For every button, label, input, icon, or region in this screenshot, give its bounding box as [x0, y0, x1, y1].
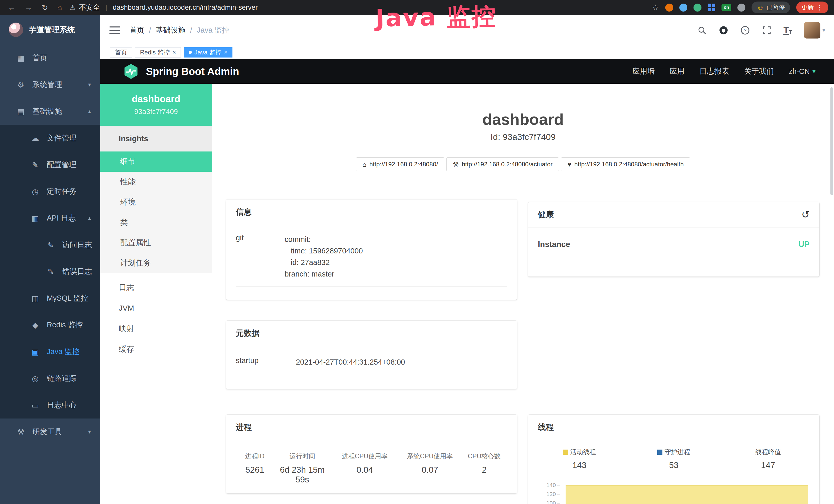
sidebar-item-scheduled-tasks[interactable]: ◷ 定时任务	[0, 178, 100, 205]
tag-redis-monitor[interactable]: Redis 监控 ×	[135, 47, 181, 58]
github-icon[interactable]	[719, 25, 728, 35]
annotation-java-monitor: Java 监控	[375, 0, 497, 35]
tag-label: 首页	[115, 48, 127, 56]
forward-icon[interactable]: →	[25, 3, 32, 12]
fullscreen-icon[interactable]	[762, 25, 772, 35]
sidebar-item-system-management[interactable]: ⚙ 系统管理 ▾	[0, 71, 100, 98]
sidebar-item-label: 首页	[32, 53, 47, 63]
back-icon[interactable]: ←	[8, 3, 16, 12]
sba-item-details[interactable]: 细节	[100, 152, 212, 172]
extension-icon[interactable]	[679, 4, 687, 12]
sidebar-item-home[interactable]: ▦ 首页	[0, 45, 100, 71]
legend-swatch-blue	[657, 450, 662, 455]
metric-label: 系统CPU使用率	[399, 452, 461, 460]
health-url-link[interactable]: ♥ http://192.168.0.2:48080/actuator/heal…	[561, 157, 690, 171]
avatar	[804, 22, 820, 39]
sba-item-performance[interactable]: 性能	[100, 172, 212, 192]
history-icon[interactable]: ↺	[802, 209, 810, 220]
chevron-down-icon: ▾	[812, 68, 815, 75]
status-badge: UP	[798, 240, 810, 249]
sidebar-item-file-management[interactable]: ☁ 文件管理	[0, 125, 100, 152]
tag-home[interactable]: 首页	[110, 47, 132, 58]
update-label: 更新	[802, 3, 814, 12]
sba-nav-wallboard[interactable]: 应用墙	[632, 66, 655, 76]
app-logo[interactable]: 芋道管理系统	[0, 15, 100, 45]
metadata-key: startup	[236, 357, 296, 368]
sba-item-mappings[interactable]: 映射	[100, 318, 212, 339]
sidebar-item-label: 访问日志	[62, 240, 92, 250]
service-url-link[interactable]: ⌂ http://192.168.0.2:48080/	[356, 157, 444, 171]
sba-instance-header[interactable]: dashboard 93a3fc7f7409	[100, 84, 212, 126]
actuator-url-link[interactable]: ⚒ http://192.168.0.2:48080/actuator	[446, 157, 559, 171]
sidebar-item-mysql-monitor[interactable]: ◫ MySQL 监控	[0, 285, 100, 312]
sidebar-item-config-management[interactable]: ✎ 配置管理	[0, 152, 100, 178]
grid-extension-icon[interactable]	[708, 4, 715, 11]
sidebar-item-java-monitor[interactable]: ▣ Java 监控	[0, 338, 100, 365]
help-icon[interactable]: ?	[740, 25, 750, 35]
legend-daemon-threads: 守护进程 53	[627, 448, 721, 470]
profile-paused-badge[interactable]: ☺ 已暂停	[751, 2, 790, 13]
sidebar-item-redis-monitor[interactable]: ◆ Redis 监控	[0, 312, 100, 338]
legend-value: 147	[721, 460, 815, 470]
metric-value: 6d 23h 15m 59s	[274, 465, 331, 484]
redis-icon: ◆	[30, 321, 40, 330]
browser-home-icon[interactable]: ⌂	[57, 3, 62, 12]
sidebar-item-log-center[interactable]: ▭ 日志中心	[0, 392, 100, 418]
git-time-line: time: 1596289704000	[285, 245, 363, 257]
sba-sidebar: dashboard 93a3fc7f7409 Insights 细节 性能 环境…	[100, 84, 212, 504]
breadcrumb-infrastructure[interactable]: 基础设施	[156, 25, 185, 36]
sba-nav-about[interactable]: 关于我们	[744, 66, 774, 76]
y-axis-tick: 140	[542, 482, 560, 488]
sba-insights-items: 细节 性能 环境 类 配置属性 计划任务	[100, 152, 212, 273]
sidebar-item-api-logs[interactable]: ▥ API 日志 ▴	[0, 205, 100, 232]
breadcrumb-current: Java 监控	[197, 25, 229, 36]
search-icon[interactable]	[697, 25, 707, 35]
sba-nav-journal[interactable]: 日志报表	[699, 66, 729, 76]
metric-value: 0.04	[331, 465, 399, 475]
sba-brand-title: Spring Boot Admin	[146, 66, 239, 77]
sba-item-environment[interactable]: 环境	[100, 192, 212, 212]
sidebar-collapse-icon[interactable]	[109, 26, 120, 34]
sba-locale-select[interactable]: zh-CN ▾	[789, 67, 815, 76]
sba-brand[interactable]: Spring Boot Admin	[123, 63, 239, 79]
timer-icon: ◷	[30, 187, 40, 196]
sba-item-logs[interactable]: 日志	[100, 277, 212, 298]
process-metrics: 进程ID 5261 运行时间 6d 23h 15m 59s 进程CPU使用率 0…	[236, 449, 507, 484]
sba-item-scheduled-tasks[interactable]: 计划任务	[100, 253, 212, 273]
chevron-up-icon: ▴	[88, 215, 91, 222]
close-icon[interactable]: ×	[172, 49, 176, 56]
process-metric: CPU核心数 2	[461, 452, 507, 484]
sidebar-item-link-tracing[interactable]: ◎ 链路追踪	[0, 365, 100, 392]
info-card-title: 信息	[226, 200, 517, 225]
sidebar-item-dev-tools[interactable]: ⚒ 研发工具 ▾	[0, 418, 100, 445]
metadata-card: 元数据 startup 2021-04-27T00:44:31.254+08:0…	[226, 321, 517, 389]
address-bar[interactable]: ⚠ 不安全 | dashboard.yudao.iocoder.cn/infra…	[70, 3, 258, 12]
sba-item-caches[interactable]: 缓存	[100, 339, 212, 360]
legend-label: 守护进程	[664, 448, 690, 456]
sidebar-item-error-logs[interactable]: ✎ 错误日志	[0, 258, 100, 285]
update-button[interactable]: 更新 ⋮	[796, 2, 828, 13]
close-icon[interactable]: ×	[224, 49, 227, 56]
sidebar-item-label: Java 监控	[47, 347, 79, 357]
sba-item-jvm[interactable]: JVM	[100, 298, 212, 318]
sidebar-item-infrastructure[interactable]: ▤ 基础设施 ▴	[0, 98, 100, 125]
sba-nav-applications[interactable]: 应用	[670, 66, 684, 76]
user-avatar-menu[interactable]: ▾	[804, 22, 825, 39]
on-switch-badge[interactable]: on	[722, 4, 731, 11]
scrollbar-thumb[interactable]	[830, 87, 833, 195]
metric-value: 0.07	[399, 465, 461, 475]
puzzle-extension-icon[interactable]	[738, 4, 745, 12]
font-size-icon[interactable]: TT	[784, 26, 792, 35]
sidebar-item-access-logs[interactable]: ✎ 访问日志	[0, 232, 100, 258]
extension-icon[interactable]	[694, 4, 701, 12]
sba-item-classes[interactable]: 类	[100, 212, 212, 233]
sba-item-config-props[interactable]: 配置属性	[100, 233, 212, 253]
breadcrumb-home[interactable]: 首页	[129, 25, 144, 36]
extension-icon[interactable]	[665, 4, 673, 12]
tag-java-monitor[interactable]: Java 监控 ×	[184, 47, 233, 58]
kebab-menu-icon[interactable]: ⋮	[816, 3, 823, 12]
bookmark-star-icon[interactable]: ☆	[652, 3, 659, 12]
refresh-icon[interactable]: ↻	[42, 3, 48, 12]
info-key: git	[236, 234, 285, 280]
mysql-icon: ◫	[30, 294, 40, 303]
